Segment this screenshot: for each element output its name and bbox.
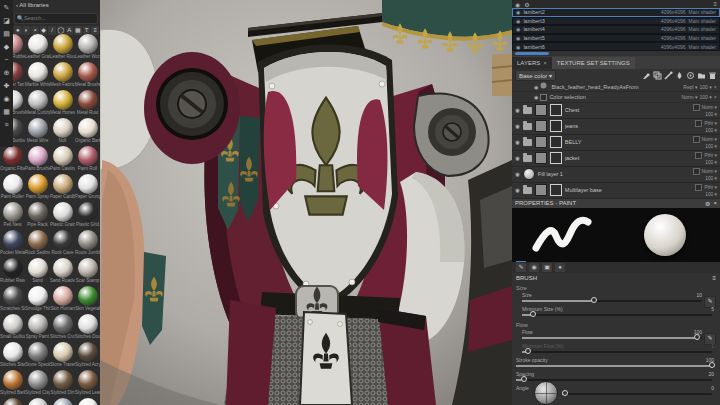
properties-subtab-0[interactable]: ✎ xyxy=(516,263,526,272)
close-icon[interactable]: × xyxy=(713,200,717,206)
quick-mask-tool[interactable]: ◉ xyxy=(1,93,12,104)
layer-thumbnail[interactable] xyxy=(535,152,547,164)
material-thumbnail[interactable]: Stylized Wood xyxy=(0,397,25,405)
material-thumbnail[interactable]: Paper Cardboard xyxy=(50,173,75,201)
blend-mode-dropdown[interactable]: Norm ▾ xyxy=(681,94,697,100)
add-smart-material-icon[interactable] xyxy=(686,71,695,80)
material-thumbnail[interactable]: Organic Bark xyxy=(75,117,100,145)
layer-thumbnail[interactable] xyxy=(535,120,547,132)
material-thumbnail[interactable]: Skin Vegetable xyxy=(75,285,100,313)
paint-tool[interactable]: ✎ xyxy=(1,2,12,13)
slider-track[interactable] xyxy=(522,351,712,353)
color-selection-checkbox[interactable] xyxy=(540,94,547,101)
material-thumbnail[interactable]: Paint Roller xyxy=(0,173,25,201)
visibility-eye-icon[interactable]: ◉ xyxy=(534,94,538,100)
visibility-eye-icon[interactable]: ◉ xyxy=(515,171,520,177)
layer-thumbnail[interactable] xyxy=(535,136,547,148)
polygon-fill-tool[interactable]: ◆ xyxy=(1,41,12,52)
material-thumbnail[interactable]: Organic Fibers xyxy=(0,145,25,173)
slider-minimum-flow[interactable]: Minimum Flow (%) 1 xyxy=(522,343,716,357)
blend-mode-dropdown[interactable]: Pthr ▾ xyxy=(704,121,717,126)
layer-thumbnail[interactable] xyxy=(535,104,547,116)
material-thumbnail[interactable]: Metal Cutting xyxy=(25,89,50,117)
layer-lock-checkbox[interactable] xyxy=(695,152,702,159)
opacity-dropdown[interactable]: 100 ▾ xyxy=(700,84,712,90)
material-thumbnail[interactable]: Stitches Slash xyxy=(0,341,25,369)
layer-lock-checkbox[interactable] xyxy=(693,104,700,111)
mask-thumbnail[interactable] xyxy=(550,104,562,116)
slider-handle[interactable] xyxy=(709,362,715,368)
clone-tool[interactable]: ⊕ xyxy=(1,67,12,78)
visibility-eye-icon[interactable]: ◉ xyxy=(516,18,520,24)
layer-lock-checkbox[interactable] xyxy=(695,120,702,127)
mask-thumbnail[interactable] xyxy=(550,120,562,132)
filter-icon[interactable]: ◉ xyxy=(515,1,520,8)
search-input[interactable]: 🔍Search... xyxy=(14,13,98,24)
slider-handle[interactable] xyxy=(530,311,536,317)
opacity-dropdown[interactable]: 100 ▾ xyxy=(705,160,717,165)
panel-menu-icon[interactable]: ≡ xyxy=(713,1,717,7)
slider-flow[interactable]: Flow 100 ✎ xyxy=(522,329,716,343)
material-thumbnail[interactable]: Metal Rust xyxy=(75,89,100,117)
add-mask-icon[interactable] xyxy=(675,71,684,80)
texture-set-row[interactable]: ◉ lambert3 4096x4096 Main shader xyxy=(512,17,720,26)
display-settings-tool[interactable]: ≡ xyxy=(1,119,12,130)
material-thumbnail[interactable]: Plastic Grained xyxy=(50,201,75,229)
material-thumbnail[interactable]: Pipe Rack xyxy=(25,201,50,229)
preset-menu-icon[interactable]: ≡ xyxy=(712,275,716,281)
shelf-breadcrumb[interactable]: ‹ All libraries xyxy=(0,0,100,12)
eraser-tool[interactable]: ◪ xyxy=(1,15,12,26)
angle-knob[interactable] xyxy=(534,381,558,405)
add-effect-icon[interactable] xyxy=(642,71,651,80)
visibility-eye-icon[interactable]: ◉ xyxy=(516,9,520,15)
mask-thumbnail[interactable] xyxy=(550,136,562,148)
remove-effect-icon[interactable]: × xyxy=(714,94,717,100)
material-thumbnail[interactable]: Paint Brushed xyxy=(25,145,50,173)
slider-handle[interactable] xyxy=(591,297,597,303)
texture-set-scrollbar[interactable] xyxy=(515,52,549,55)
layer-row[interactable]: ◉ jacket Pthr ▾ 100 ▾ xyxy=(512,151,720,167)
slider-minimum-size[interactable]: Minimum Size (%) 5 xyxy=(522,306,716,320)
material-picker-tool[interactable]: ✚ xyxy=(1,80,12,91)
opacity-dropdown[interactable]: 100 ▾ xyxy=(705,176,717,181)
layer-thumbnail[interactable] xyxy=(535,184,547,196)
texture-set-row[interactable]: ◉ lambert5 4096x4096 Main shader xyxy=(512,34,720,43)
material-thumbnail[interactable]: Small Guilloche xyxy=(0,313,25,341)
material-thumbnail[interactable]: Roots Jumble xyxy=(75,229,100,257)
add-fill-layer-icon[interactable] xyxy=(653,71,662,80)
material-thumbnail[interactable]: Leather Grain xyxy=(25,33,50,61)
material-thumbnail[interactable]: Metal Wire xyxy=(25,117,50,145)
visibility-eye-icon[interactable]: ◉ xyxy=(515,139,520,145)
material-thumbnail[interactable]: Metal Brushed xyxy=(75,61,100,89)
gear-icon[interactable]: ⚙ xyxy=(705,200,710,207)
visibility-eye-icon[interactable]: ◉ xyxy=(516,44,520,50)
slider-handle[interactable] xyxy=(521,376,527,382)
material-thumbnail[interactable]: Pelt New xyxy=(0,201,25,229)
material-thumbnail[interactable]: Scratches Strip xyxy=(0,285,25,313)
geometry-mask-tool[interactable]: ▦ xyxy=(1,106,12,117)
tab-texture-set-settings[interactable]: TEXTURE SET SETTINGS xyxy=(552,57,635,69)
visibility-eye-icon[interactable]: ◉ xyxy=(515,187,520,193)
slider-track[interactable] xyxy=(516,365,712,367)
visibility-eye-icon[interactable]: ◉ xyxy=(515,155,520,161)
layer-lock-checkbox[interactable] xyxy=(695,184,702,191)
material-thumbnail[interactable]: Paint Spray xyxy=(25,173,50,201)
texture-set-row[interactable]: ◉ lambert4 4096x4096 Main shader xyxy=(512,25,720,34)
material-thumbnail[interactable]: Stylized Clay xyxy=(25,369,50,397)
slider-track[interactable] xyxy=(562,393,712,395)
mask-thumbnail[interactable] xyxy=(550,152,562,164)
material-thumbnail[interactable]: Stitches Double xyxy=(75,313,100,341)
visibility-eye-icon[interactable]: ◉ xyxy=(516,26,520,32)
properties-subtab-3[interactable]: ● xyxy=(555,263,565,272)
layer-row[interactable]: ◉ BELLY Norm ▾ 100 ▾ xyxy=(512,135,720,151)
material-thumbnail[interactable]: Leather Rough xyxy=(50,33,75,61)
blend-mode-dropdown[interactable]: Pthr ▾ xyxy=(704,153,717,158)
viewport-3d[interactable] xyxy=(100,0,512,405)
material-thumbnail[interactable]: Marble White xyxy=(25,61,50,89)
properties-subtab-2[interactable]: ▣ xyxy=(542,263,552,272)
channel-dropdown[interactable]: Base color ▾ xyxy=(515,70,556,81)
layer-lock-checkbox[interactable] xyxy=(693,136,700,143)
material-thumbnail[interactable]: Stone Speckled xyxy=(25,341,50,369)
opacity-dropdown[interactable]: 100 ▾ xyxy=(705,128,717,133)
projection-tool[interactable]: ▤ xyxy=(1,28,12,39)
